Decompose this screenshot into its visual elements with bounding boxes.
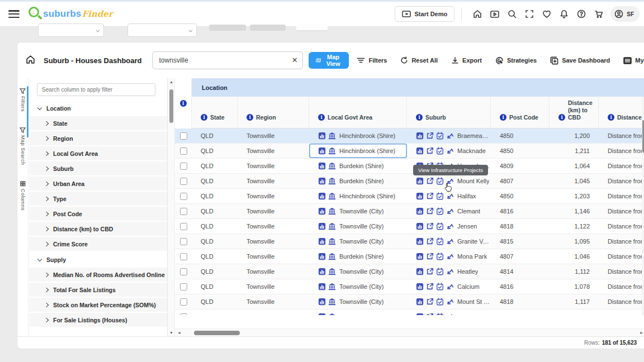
info-icon[interactable]: i bbox=[180, 100, 187, 107]
calendar-check-icon[interactable] bbox=[436, 237, 444, 245]
filter-group[interactable]: Supply bbox=[29, 252, 167, 268]
filter-item[interactable]: Local Govt Area bbox=[29, 146, 167, 161]
row-checkbox[interactable] bbox=[180, 238, 187, 245]
cell-suburb[interactable]: Jensen bbox=[407, 219, 491, 234]
row-checkbox[interactable] bbox=[180, 193, 187, 200]
my-dashboards-button[interactable]: My Dashboards bbox=[623, 57, 644, 64]
filter-group[interactable]: Location bbox=[29, 101, 167, 116]
bank-icon[interactable] bbox=[328, 147, 336, 155]
open-external-icon[interactable] bbox=[426, 147, 434, 155]
bank-icon[interactable] bbox=[328, 177, 336, 185]
col-distance-cbd[interactable]: iDistance (km) to CBD bbox=[550, 97, 599, 128]
cell-lga[interactable]: Townsville (City) bbox=[309, 234, 407, 249]
table-row[interactable]: QLD Townsville Townsville (City) Heatley… bbox=[175, 264, 644, 279]
chart-icon[interactable] bbox=[416, 207, 424, 215]
row-checkbox[interactable] bbox=[180, 253, 187, 260]
cell-suburb[interactable]: Heatley bbox=[407, 264, 491, 279]
bank-icon[interactable] bbox=[328, 162, 336, 170]
row-checkbox[interactable] bbox=[180, 132, 187, 140]
chart-icon[interactable] bbox=[318, 207, 326, 215]
open-external-icon[interactable] bbox=[426, 177, 434, 185]
table-row[interactable] bbox=[175, 309, 644, 315]
filter-search-input[interactable] bbox=[37, 83, 155, 96]
export-button[interactable]: Export bbox=[451, 56, 482, 64]
cart-icon[interactable] bbox=[590, 6, 607, 22]
table-row[interactable]: QLD Townsville Hinchinbrook (Shire) Mack… bbox=[175, 144, 644, 159]
row-checkbox[interactable] bbox=[180, 313, 187, 316]
info-icon[interactable]: i bbox=[500, 114, 506, 121]
clipped-dropdown[interactable] bbox=[38, 23, 104, 37]
table-row[interactable]: QLD Townsville Burdekin (Shire) Mona Par… bbox=[175, 249, 644, 264]
sidebar-scrollbar[interactable]: ▲ ▼ bbox=[168, 78, 175, 336]
open-external-icon[interactable] bbox=[426, 268, 434, 275]
table-row[interactable]: QLD Townsville Townsville (City) Jensen … bbox=[175, 219, 644, 234]
cell-suburb[interactable]: Calcium bbox=[407, 279, 491, 294]
start-demo-button[interactable]: Start Demo bbox=[395, 6, 455, 22]
chart-icon[interactable] bbox=[318, 268, 326, 275]
calendar-check-icon[interactable] bbox=[436, 207, 444, 215]
map-view-button[interactable]: Map View bbox=[309, 52, 349, 69]
filter-item[interactable]: Type bbox=[29, 192, 167, 207]
chart-icon[interactable] bbox=[318, 162, 326, 170]
notifications-icon[interactable] bbox=[555, 6, 572, 22]
calendar-check-icon[interactable] bbox=[436, 253, 444, 260]
calendar-check-icon[interactable] bbox=[436, 177, 444, 185]
excavator-icon[interactable] bbox=[446, 132, 454, 140]
table-row[interactable]: QLD Townsville Hinchinbrook (Shire) Hali… bbox=[175, 189, 644, 204]
search-icon[interactable] bbox=[503, 6, 520, 22]
row-checkbox[interactable] bbox=[180, 298, 187, 306]
calendar-check-icon[interactable] bbox=[436, 268, 444, 275]
info-icon[interactable]: i bbox=[201, 114, 207, 121]
calendar-check-icon[interactable] bbox=[436, 298, 444, 306]
excavator-icon[interactable] bbox=[446, 313, 454, 315]
cell-suburb[interactable]: Mona Park bbox=[407, 249, 491, 264]
cell-lga[interactable] bbox=[309, 309, 407, 315]
chart-icon[interactable] bbox=[416, 283, 424, 290]
filter-item[interactable]: Distance (km) to CBD bbox=[29, 222, 167, 237]
filter-item[interactable]: Stock on Market Percentage (SOM%) bbox=[29, 298, 167, 313]
calendar-check-icon[interactable] bbox=[436, 192, 444, 200]
home-icon[interactable] bbox=[468, 6, 486, 22]
chart-icon[interactable] bbox=[416, 313, 424, 315]
info-icon[interactable]: i bbox=[416, 114, 423, 121]
table-row[interactable]: QLD Townsville Hinchinbrook (Shire) Brae… bbox=[175, 128, 644, 144]
info-icon[interactable]: i bbox=[608, 114, 614, 121]
cell-lga[interactable]: Burdekin (Shire) bbox=[309, 174, 407, 188]
col-state[interactable]: iState bbox=[192, 97, 238, 128]
cell-lga[interactable]: Burdekin (Shire) bbox=[309, 249, 407, 264]
chart-icon[interactable] bbox=[416, 132, 424, 140]
calendar-check-icon[interactable] bbox=[436, 147, 444, 155]
bank-icon[interactable] bbox=[328, 222, 336, 230]
chart-icon[interactable] bbox=[318, 237, 326, 245]
open-external-icon[interactable] bbox=[426, 283, 434, 290]
bank-icon[interactable] bbox=[328, 132, 336, 140]
bank-icon[interactable] bbox=[328, 253, 336, 260]
cell-suburb[interactable]: Mount St John bbox=[407, 294, 491, 309]
chart-icon[interactable] bbox=[416, 177, 424, 185]
cell-lga[interactable]: Burdekin (Shire) bbox=[309, 159, 407, 173]
strategies-button[interactable]: Strategies bbox=[495, 56, 537, 65]
table-row[interactable]: QLD Townsville Townsville (City) Calcium… bbox=[175, 279, 644, 294]
chart-icon[interactable] bbox=[416, 147, 424, 155]
filter-item[interactable]: Crime Score bbox=[29, 237, 167, 252]
filter-item[interactable]: Urban Area bbox=[29, 177, 167, 192]
dashboard-home-icon[interactable] bbox=[25, 54, 36, 67]
filters-button[interactable]: Filters bbox=[357, 57, 387, 64]
help-icon[interactable] bbox=[572, 6, 590, 22]
cell-suburb[interactable]: Granite Vale bbox=[407, 234, 491, 249]
cell-lga[interactable]: Townsville (City) bbox=[309, 294, 407, 309]
open-external-icon[interactable] bbox=[426, 237, 434, 245]
chart-icon[interactable] bbox=[416, 192, 424, 200]
bank-icon[interactable] bbox=[328, 237, 336, 245]
info-icon[interactable]: i bbox=[318, 114, 325, 121]
row-checkbox[interactable] bbox=[180, 208, 187, 215]
row-checkbox[interactable] bbox=[180, 178, 187, 185]
video-icon[interactable] bbox=[486, 6, 503, 22]
open-external-icon[interactable] bbox=[426, 132, 434, 140]
cell-suburb[interactable]: Clemant bbox=[407, 204, 491, 218]
chart-icon[interactable] bbox=[416, 253, 424, 260]
row-checkbox[interactable] bbox=[180, 268, 187, 275]
clipped-dropdown[interactable] bbox=[127, 23, 197, 37]
col-region[interactable]: iRegion bbox=[238, 97, 309, 128]
col-local-govt-area[interactable]: iLocal Govt Area bbox=[309, 97, 407, 128]
